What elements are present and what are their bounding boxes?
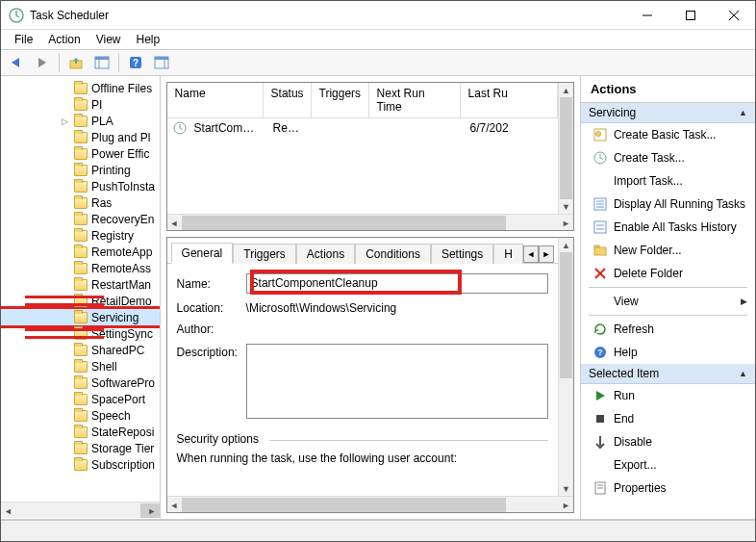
column-status[interactable]: Status (264, 83, 312, 117)
action-view[interactable]: View ▶ (581, 290, 755, 313)
action-display-running[interactable]: Display All Running Tasks (581, 193, 755, 216)
menu-action[interactable]: Action (40, 31, 88, 48)
scroll-left-icon[interactable]: ◄ (167, 216, 182, 230)
action-help[interactable]: ? Help (581, 341, 755, 364)
task-row[interactable]: StartCompo... Ready 6/7/202 (167, 118, 558, 138)
action-create-basic-task[interactable]: Create Basic Task... (581, 123, 755, 146)
list-horizontal-scrollbar[interactable]: ◄ ► (167, 214, 573, 230)
collapse-icon[interactable]: ▲ (739, 108, 747, 117)
action-create-task[interactable]: Create Task... (581, 146, 755, 169)
collapse-icon[interactable]: ▲ (739, 369, 747, 378)
expand-icon[interactable] (59, 197, 70, 209)
tree-item[interactable]: Speech (1, 407, 160, 424)
tab-settings[interactable]: Settings (431, 244, 493, 264)
menu-view[interactable]: View (88, 31, 129, 48)
expand-icon[interactable] (59, 181, 70, 193)
task-name-field[interactable]: StartComponentCleanup (246, 273, 548, 294)
tab-conditions[interactable]: Conditions (355, 244, 431, 264)
expand-icon[interactable] (59, 459, 70, 471)
expand-icon[interactable] (59, 214, 70, 225)
expand-icon[interactable] (59, 377, 70, 389)
action-enable-history[interactable]: Enable All Tasks History (581, 216, 755, 239)
expand-icon[interactable]: ▷ (59, 116, 70, 127)
expand-icon[interactable] (59, 132, 70, 143)
action-end[interactable]: End (581, 407, 755, 430)
scroll-left-icon[interactable]: ◄ (167, 498, 182, 512)
tree-item[interactable]: Registry (1, 227, 160, 244)
action-new-folder[interactable]: New Folder... (581, 239, 755, 262)
expand-icon[interactable] (59, 443, 70, 454)
expand-icon[interactable] (59, 148, 70, 160)
expand-icon[interactable] (59, 165, 70, 176)
scroll-right-icon[interactable]: ► (559, 216, 573, 230)
show-hide-tree-button[interactable] (90, 52, 113, 73)
expand-icon[interactable] (59, 426, 70, 438)
details-vertical-scrollbar[interactable]: ▲ ▼ (558, 238, 573, 496)
action-export[interactable]: Export... (581, 453, 755, 477)
show-hide-action-pane-button[interactable] (150, 52, 173, 73)
tree-item[interactable]: Subscription (1, 456, 160, 473)
column-triggers[interactable]: Triggers (312, 83, 369, 117)
actions-group-servicing[interactable]: Servicing ▲ (581, 103, 755, 123)
tree-item[interactable]: Printing (1, 162, 160, 178)
action-disable[interactable]: Disable (581, 430, 755, 453)
tree-item[interactable]: SpacePort (1, 391, 160, 407)
tree-item[interactable]: PI (1, 96, 160, 113)
tree-horizontal-scrollbar[interactable]: ◄ ► (1, 502, 160, 518)
scroll-right-icon[interactable]: ► (145, 503, 160, 518)
tree-item[interactable]: Plug and Pl (1, 129, 160, 145)
expand-icon[interactable] (59, 279, 70, 291)
tabs-scroll-right[interactable]: ► (539, 245, 554, 263)
help-button[interactable]: ? (124, 52, 147, 73)
tree-item[interactable]: RecoveryEn (1, 211, 160, 227)
list-vertical-scrollbar[interactable]: ▲ ▼ (558, 83, 573, 214)
scroll-down-icon[interactable]: ▼ (559, 199, 573, 214)
expand-icon[interactable] (59, 99, 70, 111)
scroll-down-icon[interactable]: ▼ (559, 481, 573, 496)
tree-item[interactable]: SharedPC (1, 342, 160, 358)
tree-item[interactable]: ▷PLA (1, 113, 160, 129)
tree-item[interactable]: Offline Files (1, 80, 160, 96)
scroll-right-icon[interactable]: ► (559, 498, 573, 512)
tree-item[interactable]: RemoteApp (1, 244, 160, 260)
tab-general[interactable]: General (171, 243, 234, 264)
action-import-task[interactable]: Import Task... (581, 169, 755, 193)
expand-icon[interactable] (59, 345, 70, 356)
expand-icon[interactable] (59, 83, 70, 94)
task-description-field[interactable] (246, 344, 548, 419)
up-folder-button[interactable] (64, 52, 88, 73)
menu-help[interactable]: Help (129, 31, 168, 48)
tree-item[interactable]: PushToInsta (1, 178, 160, 194)
tree-item[interactable]: RestartMan (1, 276, 160, 293)
back-button[interactable] (5, 52, 28, 73)
tabs-scroll-left[interactable]: ◄ (523, 245, 539, 263)
column-name[interactable]: Name (167, 83, 264, 117)
tree-item[interactable]: Power Effic (1, 145, 160, 162)
tree-item[interactable]: Ras (1, 194, 160, 211)
close-button[interactable] (712, 1, 755, 29)
expand-icon[interactable] (59, 312, 70, 323)
column-last-run[interactable]: Last Ru (461, 83, 558, 117)
tree-item[interactable]: RetailDemo (1, 293, 160, 309)
maximize-button[interactable] (668, 1, 712, 29)
expand-icon[interactable] (59, 230, 70, 242)
expand-icon[interactable] (59, 328, 70, 340)
tree-item[interactable]: Shell (1, 358, 160, 374)
expand-icon[interactable] (59, 263, 70, 274)
expand-icon[interactable] (59, 394, 70, 405)
tab-actions[interactable]: Actions (296, 244, 355, 264)
action-delete-folder[interactable]: Delete Folder (581, 262, 755, 285)
details-horizontal-scrollbar[interactable]: ◄ ► (167, 496, 573, 512)
expand-icon[interactable] (59, 296, 70, 307)
tree-item[interactable]: SoftwarePro (1, 374, 160, 391)
scroll-up-icon[interactable]: ▲ (559, 83, 573, 97)
tree-item[interactable]: StateReposi (1, 424, 160, 440)
tree-item[interactable]: RemoteAss (1, 260, 160, 276)
actions-group-selected-item[interactable]: Selected Item ▲ (581, 364, 755, 384)
minimize-button[interactable] (625, 1, 668, 29)
expand-icon[interactable] (59, 246, 70, 258)
tree-item[interactable]: Storage Tier (1, 440, 160, 456)
action-refresh[interactable]: Refresh (581, 318, 755, 341)
scroll-up-icon[interactable]: ▲ (559, 238, 573, 252)
tree-item[interactable]: SettingSync (1, 325, 160, 342)
